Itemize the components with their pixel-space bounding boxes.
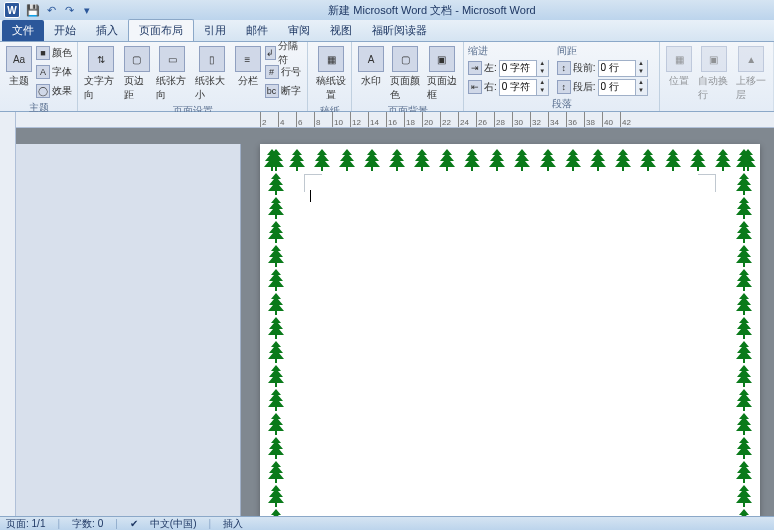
breaks-button[interactable]: ↲分隔符	[265, 44, 304, 62]
fonts-icon: A	[36, 65, 50, 79]
tree-icon	[732, 460, 756, 484]
tree-icon	[264, 412, 288, 436]
manuscript-button[interactable]: ▦稿纸设置	[312, 44, 350, 104]
tree-icon	[732, 388, 756, 412]
spacing-after-icon: ↕	[557, 80, 571, 94]
tree-icon	[732, 436, 756, 460]
text-direction-icon: ⇅	[88, 46, 114, 72]
tree-icon	[264, 436, 288, 460]
size-button[interactable]: ▯纸张大小	[193, 44, 231, 104]
group-manuscript: ▦稿纸设置 稿纸	[308, 42, 352, 111]
spin-up-icon[interactable]: ▲	[635, 79, 647, 87]
margin-corner-tr	[698, 174, 716, 192]
tree-icon	[335, 148, 359, 172]
text-cursor	[310, 190, 311, 202]
page-viewport	[260, 144, 774, 516]
themes-button[interactable]: Aa 主题	[4, 44, 34, 90]
spin-down-icon[interactable]: ▼	[635, 87, 647, 95]
tab-home[interactable]: 开始	[44, 20, 86, 41]
spin-down-icon[interactable]: ▼	[536, 87, 548, 95]
page-borders-button[interactable]: ▣页面边框	[425, 44, 460, 104]
redo-icon[interactable]: ↷	[62, 3, 76, 17]
navigation-pane[interactable]	[16, 144, 241, 516]
tree-icon	[310, 148, 334, 172]
status-language[interactable]: 中文(中国)	[150, 517, 197, 531]
indent-title: 缩进	[468, 44, 549, 58]
margin-corner-tl	[304, 174, 322, 192]
spin-up-icon[interactable]: ▲	[635, 60, 647, 68]
ribbon: Aa 主题 ■颜色 A字体 ◯效果 主题 ⇅文字方向 ▢页边距 ▭纸张方向 ▯纸…	[0, 42, 774, 112]
page-color-button[interactable]: ▢页面颜色	[388, 44, 423, 104]
tree-icon	[732, 340, 756, 364]
tab-foxit[interactable]: 福昕阅读器	[362, 20, 437, 41]
tab-file[interactable]: 文件	[2, 20, 44, 41]
tab-mailings[interactable]: 邮件	[236, 20, 278, 41]
tree-icon	[732, 268, 756, 292]
indent-right-icon: ⇤	[468, 80, 482, 94]
tree-icon	[586, 148, 610, 172]
page-border-top	[260, 148, 760, 172]
colors-icon: ■	[36, 46, 50, 60]
indent-left-input[interactable]: ▲▼	[499, 60, 549, 77]
tree-icon	[460, 148, 484, 172]
spacing-after-input[interactable]: ▲▼	[598, 79, 648, 96]
spin-up-icon[interactable]: ▲	[536, 60, 548, 68]
breaks-icon: ↲	[265, 46, 277, 60]
tree-icon	[732, 484, 756, 508]
wrap-text-button[interactable]: ▣自动换行	[696, 44, 732, 104]
manuscript-icon: ▦	[318, 46, 344, 72]
columns-button[interactable]: ≡分栏	[233, 44, 263, 90]
margins-button[interactable]: ▢页边距	[122, 44, 152, 104]
status-page[interactable]: 页面: 1/1	[6, 517, 45, 531]
save-icon[interactable]: 💾	[26, 3, 40, 17]
tree-icon	[264, 292, 288, 316]
tree-icon	[510, 148, 534, 172]
tab-insert[interactable]: 插入	[86, 20, 128, 41]
wrap-icon: ▣	[701, 46, 727, 72]
tab-review[interactable]: 审阅	[278, 20, 320, 41]
hyphenation-button[interactable]: bc断字	[265, 82, 304, 100]
spin-down-icon[interactable]: ▼	[635, 68, 647, 76]
hyphenation-icon: bc	[265, 84, 279, 98]
status-insert-mode[interactable]: 插入	[223, 517, 243, 531]
indent-left-row: ⇥ 左: ▲▼	[468, 59, 549, 77]
line-numbers-icon: #	[265, 65, 279, 79]
theme-effects-button[interactable]: ◯效果	[36, 82, 72, 100]
position-button[interactable]: ▦位置	[664, 44, 694, 90]
tree-icon	[661, 148, 685, 172]
orientation-icon: ▭	[159, 46, 185, 72]
theme-colors-button[interactable]: ■颜色	[36, 44, 72, 62]
status-proofing-icon[interactable]: ✔	[130, 518, 138, 529]
vertical-ruler[interactable]	[0, 112, 16, 516]
tree-icon	[264, 388, 288, 412]
canvas-area	[16, 128, 774, 516]
group-label-paragraph: 段落	[468, 97, 655, 112]
tree-icon	[485, 148, 509, 172]
status-words[interactable]: 字数: 0	[72, 517, 103, 531]
tab-view[interactable]: 视图	[320, 20, 362, 41]
theme-fonts-button[interactable]: A字体	[36, 63, 72, 81]
spin-up-icon[interactable]: ▲	[536, 79, 548, 87]
line-numbers-button[interactable]: #行号	[265, 63, 304, 81]
text-direction-button[interactable]: ⇅文字方向	[82, 44, 120, 104]
tab-references[interactable]: 引用	[194, 20, 236, 41]
tab-page-layout[interactable]: 页面布局	[128, 19, 194, 41]
spin-down-icon[interactable]: ▼	[536, 68, 548, 76]
indent-left-icon: ⇥	[468, 61, 482, 75]
themes-label: 主题	[9, 74, 29, 88]
group-arrange: ▦位置 ▣自动换行 ▲上移一层	[660, 42, 774, 111]
undo-icon[interactable]: ↶	[44, 3, 58, 17]
document-page[interactable]	[260, 144, 760, 516]
indent-right-input[interactable]: ▲▼	[499, 79, 549, 96]
orientation-button[interactable]: ▭纸张方向	[154, 44, 192, 104]
horizontal-ruler[interactable]: 24681012141618202224262830323436384042	[16, 112, 774, 128]
qat-dropdown-icon[interactable]: ▾	[80, 3, 94, 17]
tree-icon	[732, 412, 756, 436]
spacing-before-row: ↕ 段前: ▲▼	[557, 59, 648, 77]
page-border-left	[264, 148, 288, 516]
tree-icon	[264, 316, 288, 340]
tree-icon	[536, 148, 560, 172]
watermark-button[interactable]: A水印	[356, 44, 386, 90]
bring-forward-button[interactable]: ▲上移一层	[734, 44, 770, 104]
spacing-before-input[interactable]: ▲▼	[598, 60, 648, 77]
